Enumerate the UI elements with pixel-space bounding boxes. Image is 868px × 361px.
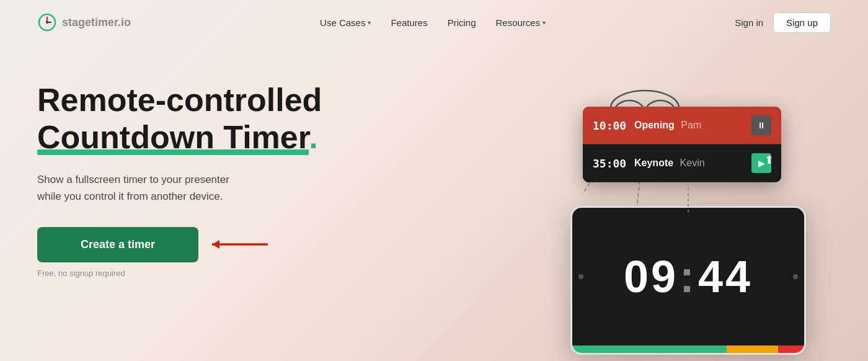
logo-text: stagetimer.io: [62, 16, 131, 29]
cta-arrow: [206, 234, 274, 255]
hero-title: Remote-controlled Countdown Timer.: [37, 82, 360, 156]
chevron-down-icon: ▾: [542, 19, 546, 26]
logo[interactable]: stagetimer.io: [37, 12, 131, 32]
timer-time-opening: 10:00: [593, 119, 627, 132]
play-button[interactable]: ▶: [751, 153, 771, 173]
nav-features[interactable]: Features: [391, 17, 427, 28]
tablet-time: 09:44: [624, 251, 753, 302]
progress-red: [778, 345, 804, 353]
timer-row-opening: 10:00 Opening Pam ⏸: [583, 107, 781, 145]
progress-yellow: [727, 345, 778, 353]
tablet-display: 09:44: [570, 206, 806, 355]
svg-point-1: [46, 21, 48, 24]
timer-time-keynote: 35:00: [593, 157, 627, 170]
vertical-connector: [682, 187, 694, 212]
timer-label-opening: Opening Pam: [634, 120, 744, 131]
create-timer-button[interactable]: Create a timer: [37, 227, 198, 262]
signin-button[interactable]: Sign in: [735, 17, 763, 28]
tablet-dot-right: [793, 274, 798, 279]
tablet-progress-bar: [572, 345, 804, 353]
hero-section: Remote-controlled Countdown Timer. Show …: [0, 45, 868, 361]
svg-marker-3: [212, 240, 219, 249]
stagetimer-logo-icon: [37, 12, 57, 32]
pause-button[interactable]: ⏸: [751, 115, 771, 135]
nav-use-cases[interactable]: Use Cases ▾: [320, 17, 371, 28]
nav-right: Sign in Sign up: [735, 12, 831, 33]
chevron-down-icon: ▾: [368, 19, 371, 26]
tablet-dot-left: [578, 274, 583, 279]
timer-controller-widget: 10:00 Opening Pam ⏸ 35:00 Keynote Kevin …: [583, 107, 781, 182]
signup-button[interactable]: Sign up: [773, 12, 831, 33]
hero-subtitle: Show a fullscreen timer to your presente…: [37, 171, 273, 205]
nav-pricing[interactable]: Pricing: [448, 17, 476, 28]
navbar: stagetimer.io Use Cases ▾ Features Prici…: [0, 0, 868, 45]
timer-row-keynote: 35:00 Keynote Kevin ▶: [583, 145, 781, 182]
hero-right: 10:00 Opening Pam ⏸ 35:00 Keynote Kevin …: [360, 69, 831, 361]
tablet-screen: 09:44: [572, 208, 804, 345]
timer-label-keynote: Keynote Kevin: [634, 158, 744, 169]
progress-green: [572, 345, 727, 353]
hero-left: Remote-controlled Countdown Timer. Show …: [37, 69, 360, 278]
nav-center: Use Cases ▾ Features Pricing Resources ▾: [320, 17, 546, 28]
free-note: Free, no signup required: [37, 269, 360, 278]
nav-resources[interactable]: Resources ▾: [496, 17, 546, 28]
